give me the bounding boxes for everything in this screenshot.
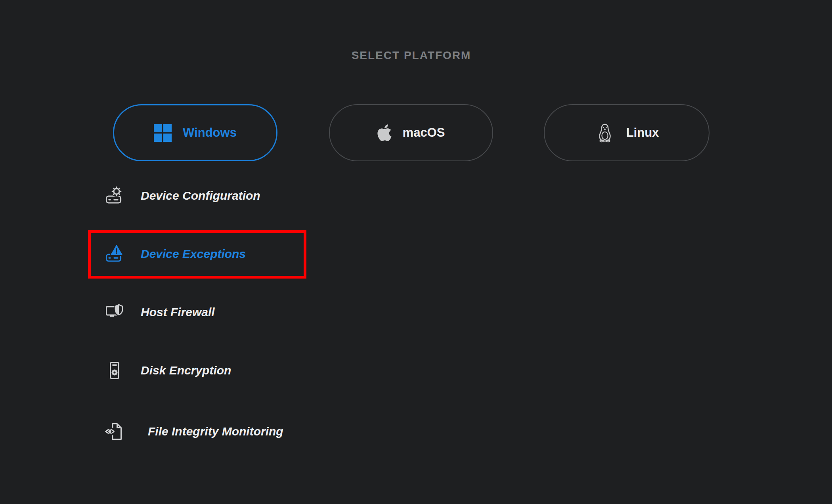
platform-button-linux[interactable]: Linux — [544, 104, 710, 161]
platform-label: Windows — [183, 126, 237, 140]
page-title: SELECT PLATFORM — [113, 49, 710, 62]
windows-logo-icon — [154, 124, 172, 142]
device-warning-icon — [105, 244, 124, 263]
menu-item-disk-encryption[interactable]: Disk Encryption — [105, 359, 231, 382]
platform-button-windows[interactable]: Windows — [113, 104, 277, 161]
platform-label: Linux — [626, 126, 659, 140]
menu-item-host-firewall[interactable]: Host Firewall — [105, 300, 215, 324]
monitor-shield-icon — [105, 303, 124, 322]
platform-button-macos[interactable]: macOS — [329, 104, 493, 161]
menu-item-label: File Integrity Monitoring — [148, 425, 283, 438]
menu-item-label: Host Firewall — [141, 305, 215, 319]
menu-item-file-integrity-monitoring[interactable]: File Integrity Monitoring — [104, 420, 283, 443]
device-gear-icon — [105, 186, 124, 205]
menu-item-label: Device Configuration — [141, 189, 260, 202]
menu-item-device-exceptions[interactable]: Device Exceptions — [105, 242, 246, 266]
disk-drive-icon — [105, 361, 124, 380]
file-eye-icon — [104, 422, 125, 441]
menu-item-device-configuration[interactable]: Device Configuration — [105, 184, 260, 208]
platform-label: macOS — [403, 126, 445, 140]
apple-logo-icon — [377, 123, 392, 142]
linux-tux-icon — [595, 122, 615, 143]
menu-item-label: Device Exceptions — [141, 247, 246, 261]
menu-item-label: Disk Encryption — [141, 364, 231, 377]
